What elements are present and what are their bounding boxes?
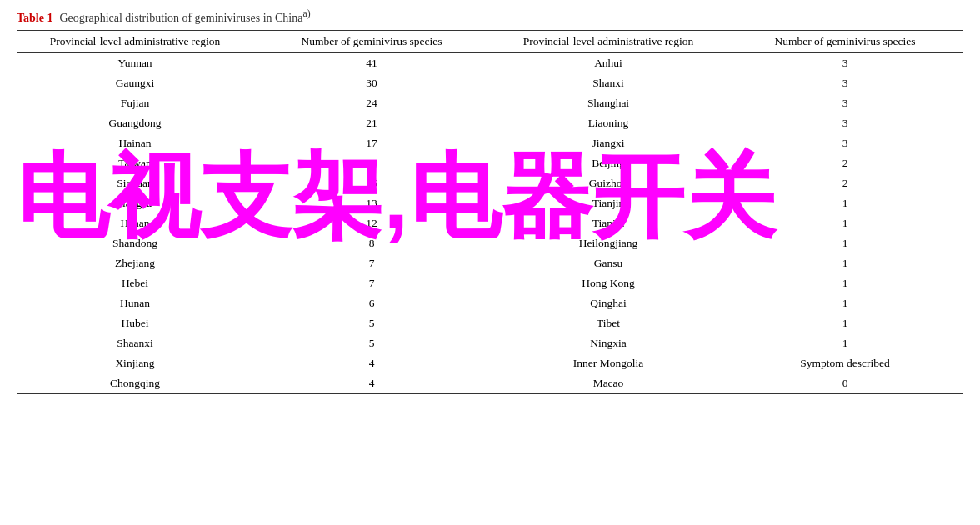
data-table: Provincial-level administrative region N… — [17, 30, 963, 394]
cell-region-right: Gansu — [490, 253, 727, 273]
cell-region-left: Xinjiang — [17, 353, 253, 373]
table-row: Yunnan41Anhui3 — [17, 52, 963, 73]
cell-region-right: Shanxi — [490, 73, 727, 93]
cell-region-right: Inner Mongolia — [490, 353, 727, 373]
cell-species-right: Symptom described — [727, 353, 963, 373]
table-label: Table 1 — [17, 12, 52, 25]
cell-species-left: 17 — [253, 133, 490, 153]
cell-region-left: Zhejiang — [17, 253, 253, 273]
cell-species-right: 1 — [727, 333, 963, 353]
header-species-right: Number of geminivirus species — [727, 30, 963, 52]
cell-species-right: 3 — [727, 133, 963, 153]
table-row: Jiangsu13Tianjin1 — [17, 193, 963, 213]
cell-species-left: 4 — [253, 373, 490, 394]
cell-region-left: Yunnan — [17, 52, 253, 73]
table-title-text: Geographical distribution of geminivirus… — [59, 8, 310, 25]
cell-species-left: 4 — [253, 353, 490, 373]
cell-region-right: Ningxia — [490, 333, 727, 353]
cell-region-left: Gaungxi — [17, 73, 253, 93]
cell-species-right: 1 — [727, 233, 963, 253]
table-title: Table 1 Geographical distribution of gem… — [17, 8, 963, 25]
table-row: Xinjiang4Inner MongoliaSymptom described — [17, 353, 963, 373]
table-row: Shandong8Heilongjiang1 — [17, 233, 963, 253]
cell-region-right: Tibet — [490, 313, 727, 333]
table-row: Chongqing4Macao0 — [17, 373, 963, 394]
cell-species-right: 1 — [727, 313, 963, 333]
cell-species-right: 1 — [727, 193, 963, 213]
cell-region-right: Tianjin — [490, 213, 727, 233]
cell-region-right: Liaoning — [490, 113, 727, 133]
cell-species-left: 41 — [253, 52, 490, 73]
cell-species-left: 7 — [253, 273, 490, 293]
cell-region-left: Hunan — [17, 293, 253, 313]
cell-species-left: 7 — [253, 253, 490, 273]
cell-species-right: 2 — [727, 173, 963, 193]
cell-species-right: 1 — [727, 273, 963, 293]
cell-species-right: 3 — [727, 73, 963, 93]
cell-region-right: Hong Kong — [490, 273, 727, 293]
cell-species-left: 24 — [253, 93, 490, 113]
cell-region-right: Anhui — [490, 52, 727, 73]
cell-region-left: Hebei — [17, 273, 253, 293]
cell-species-right: 0 — [727, 373, 963, 394]
table-row: Hebei7Hong Kong1 — [17, 273, 963, 293]
cell-species-left: 21 — [253, 113, 490, 133]
table-row: Henan12Tianjin1 — [17, 213, 963, 233]
table-row: Guangdong21Liaoning3 — [17, 113, 963, 133]
cell-species-left: 5 — [253, 333, 490, 353]
table-row: Shaanxi5Ningxia1 — [17, 333, 963, 353]
cell-species-left: 5 — [253, 313, 490, 333]
header-species-left: Number of geminivirus species — [253, 30, 490, 52]
cell-species-left: 8 — [253, 233, 490, 253]
cell-region-left: Chongqing — [17, 373, 253, 394]
cell-region-left: Hainan — [17, 133, 253, 153]
cell-species-left: 13 — [253, 193, 490, 213]
cell-species-right: 1 — [727, 253, 963, 273]
cell-species-left: 30 — [253, 73, 490, 93]
cell-region-right: Tianjin — [490, 193, 727, 213]
table-row: Gaungxi30Shanxi3 — [17, 73, 963, 93]
cell-species-right: 1 — [727, 213, 963, 233]
table-row: Fujian24Shanghai3 — [17, 93, 963, 113]
cell-region-right: Shanghai — [490, 93, 727, 113]
cell-region-left: Sichuan — [17, 173, 253, 193]
cell-region-right: Macao — [490, 373, 727, 394]
table-row: Sichuan15Guizhou2 — [17, 173, 963, 193]
footnote: a) — [302, 8, 310, 19]
page-container: Table 1 Geographical distribution of gem… — [0, 0, 980, 525]
table-row: Hubei5Tibet1 — [17, 313, 963, 333]
cell-region-left: Guangdong — [17, 113, 253, 133]
cell-species-left: 15 — [253, 173, 490, 193]
cell-region-right: Guizhou — [490, 173, 727, 193]
cell-species-right: 1 — [727, 293, 963, 313]
table-row: Taiwan17Beijing2 — [17, 153, 963, 173]
cell-species-right: 3 — [727, 93, 963, 113]
cell-region-left: Fujian — [17, 93, 253, 113]
cell-species-right: 2 — [727, 153, 963, 173]
table-row: Hunan6Qinghai1 — [17, 293, 963, 313]
cell-region-left: Shaanxi — [17, 333, 253, 353]
cell-species-right: 3 — [727, 52, 963, 73]
cell-species-left: 17 — [253, 153, 490, 173]
header-region-left: Provincial-level administrative region — [17, 30, 253, 52]
cell-species-left: 6 — [253, 293, 490, 313]
cell-species-left: 12 — [253, 213, 490, 233]
cell-region-right: Qinghai — [490, 293, 727, 313]
cell-region-right: Jiangxi — [490, 133, 727, 153]
cell-species-right: 3 — [727, 113, 963, 133]
header-region-right: Provincial-level administrative region — [490, 30, 727, 52]
cell-region-left: Jiangsu — [17, 193, 253, 213]
cell-region-right: Heilongjiang — [490, 233, 727, 253]
cell-region-right: Beijing — [490, 153, 727, 173]
cell-region-left: Henan — [17, 213, 253, 233]
cell-region-left: Hubei — [17, 313, 253, 333]
table-row: Hainan17Jiangxi3 — [17, 133, 963, 153]
cell-region-left: Shandong — [17, 233, 253, 253]
table-row: Zhejiang7Gansu1 — [17, 253, 963, 273]
cell-region-left: Taiwan — [17, 153, 253, 173]
